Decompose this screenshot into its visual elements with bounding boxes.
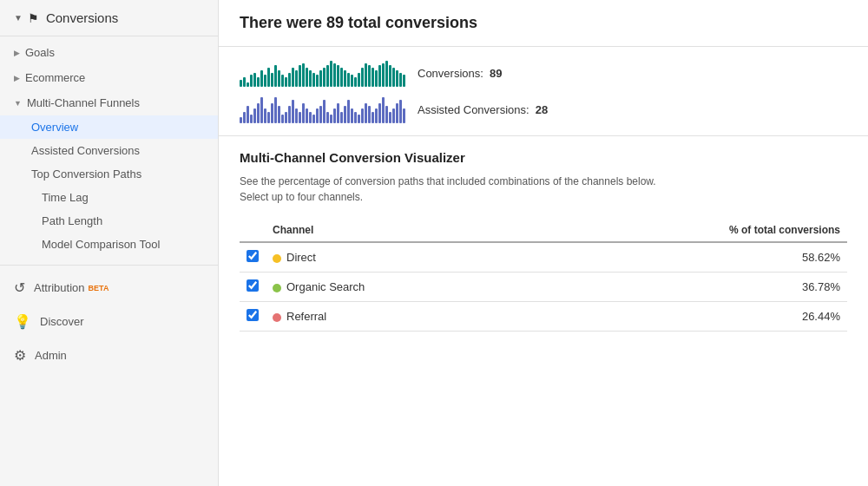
sidebar-item-ecommerce[interactable]: ▶ Ecommerce [0,65,218,90]
sparkline-bar [323,100,326,123]
sparkline-bar [351,75,353,87]
sparkline-bar [319,106,322,123]
ecommerce-chevron-icon: ▶ [14,74,20,82]
sparkline-bar [257,103,260,123]
sparkline-bar [250,115,253,123]
assisted-conversions-stat: Assisted Conversions: 28 [240,95,847,123]
channel-percent: 36.78% [533,273,847,302]
sparkline-bar [247,106,249,123]
sidebar-item-attribution[interactable]: ↺ Attribution BETA [0,271,218,305]
sparkline-bar [378,103,381,123]
sparkline-bar [240,117,242,123]
sparkline-bar [264,75,266,87]
sparkline-bar [267,68,270,87]
sparkline-bar [392,68,395,87]
sparkline-bar [326,65,329,87]
sparkline-bar [250,75,253,87]
sparkline-bar [337,65,339,87]
sparkline-bar [271,73,273,87]
visualizer-section: Multi-Channel Conversion Visualizer See … [219,136,868,345]
channel-dot-icon [273,313,281,322]
channel-checkbox-direct[interactable] [247,250,259,262]
sparkline-bar [365,63,367,87]
sidebar-item-ecommerce-label: Ecommerce [25,71,85,84]
channel-dot-icon [273,284,281,292]
channel-checkbox-organic-search[interactable] [247,279,259,292]
discover-icon: 💡 [14,313,31,330]
visualizer-title: Multi-Channel Conversion Visualizer [240,150,847,165]
goals-chevron-icon: ▶ [14,49,20,57]
sparkline-bar [382,97,385,123]
channel-name-cell: Referral [266,302,533,332]
sparkline-bar [385,106,388,123]
table-header-channel: Channel [266,219,533,242]
sparkline-bar [403,108,405,123]
sparkline-bar [264,108,266,123]
channel-checkbox-cell [240,302,266,332]
table-row: Referral26.44% [240,302,847,332]
channel-name-cell: Organic Search [266,273,533,302]
sparkline-bar [292,68,294,87]
sparkline-bar [274,97,277,123]
sidebar-item-model-comparison[interactable]: Model Comparison Tool [0,233,218,256]
sidebar-item-overview-label: Overview [31,121,78,134]
sparkline-bar [278,70,280,87]
sidebar-item-assisted-conversions[interactable]: Assisted Conversions [0,139,218,162]
sparkline-bar [354,77,357,87]
sparkline-bar [344,70,346,87]
sparkline-bar [267,112,270,123]
channel-checkbox-cell [240,242,266,273]
table-row: Organic Search36.78% [240,273,847,302]
channel-checkbox-referral[interactable] [247,309,259,321]
main-header: There were 89 total conversions [219,0,868,47]
conversions-label: Conversions: 89 [418,67,503,80]
sidebar-header[interactable]: ▼ ⚑ Conversions [0,0,218,36]
sidebar-item-discover-label: Discover [40,315,84,328]
sparkline-bar [240,80,242,87]
sparkline-bar [319,70,322,87]
sidebar-item-goals[interactable]: ▶ Goals [0,40,218,65]
sidebar-item-multi-channel-funnels[interactable]: ▼ Multi-Channel Funnels [0,90,218,115]
sparkline-bar [368,65,371,87]
sparkline-bar [361,108,364,123]
sidebar-item-overview[interactable]: Overview [0,115,218,139]
sparkline-bar [372,112,374,123]
sidebar: ▼ ⚑ Conversions ▶ Goals ▶ Ecommerce ▼ Mu… [0,0,219,486]
sparkline-bar [309,70,312,87]
sparkline-bar [278,106,280,123]
sparkline-bar [302,103,305,123]
sparkline-bar [292,100,294,123]
mcf-chevron-icon: ▼ [14,99,22,108]
sparkline-bar [260,97,263,123]
channel-name-label: Organic Search [286,280,365,293]
sparkline-bar [382,63,385,87]
sparkline-bar [344,106,346,123]
sidebar-item-discover[interactable]: 💡 Discover [0,305,218,338]
page-title: There were 89 total conversions [240,14,847,32]
sidebar-divider-1 [0,265,218,266]
table-header-percent: % of total conversions [533,219,847,242]
sidebar-item-top-conversion-paths[interactable]: Top Conversion Paths [0,162,218,186]
channel-table-body: Direct58.62%Organic Search36.78%Referral… [240,242,847,332]
sidebar-item-assisted-label: Assisted Conversions [31,144,140,157]
main-content: There were 89 total conversions Conversi… [219,0,868,486]
sparkline-bar [316,108,319,123]
sidebar-item-goals-label: Goals [25,46,55,59]
sparkline-bar [312,115,315,123]
attribution-icon: ↺ [14,279,25,296]
sidebar-item-time-lag[interactable]: Time Lag [0,186,218,209]
sparkline-bar [295,108,298,123]
sparkline-bar [285,77,287,87]
sparkline-bar [333,63,336,87]
sparkline-bar [243,77,246,87]
sparkline-bar [271,103,273,123]
admin-icon: ⚙ [14,347,26,364]
sidebar-item-admin[interactable]: ⚙ Admin [0,338,218,372]
sparkline-bar [347,73,350,87]
sparkline-bar [330,115,332,123]
sidebar-item-path-length[interactable]: Path Length [0,209,218,233]
conversions-sparkline [240,59,405,87]
sparkline-bar [375,108,378,123]
sparkline-bar [389,65,391,87]
sparkline-bar [330,61,332,87]
